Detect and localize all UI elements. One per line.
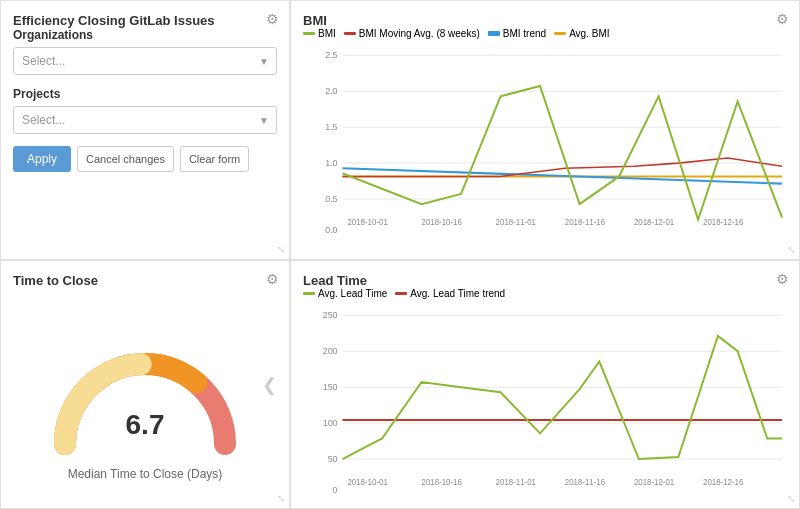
bmi-legend-label-4: Avg. BMI: [569, 28, 609, 39]
bmi-legend-dot-2: [344, 32, 356, 35]
time-to-close-panel: Time to Close ⚙ ❮ 6.7 Median Time to Clo…: [0, 260, 290, 509]
svg-text:100: 100: [323, 418, 338, 428]
bmi-title: BMI: [303, 13, 327, 28]
svg-text:50: 50: [328, 454, 338, 464]
svg-text:2018-11-01: 2018-11-01: [496, 478, 537, 487]
lead-time-legend-label-1: Avg. Lead Time: [318, 288, 387, 299]
filter-buttons: Apply Cancel changes Clear form: [13, 146, 277, 172]
orgs-label: Organizations: [13, 28, 277, 42]
cancel-button[interactable]: Cancel changes: [77, 146, 174, 172]
filter-panel: Efficiency Closing GitLab Issues ⚙ Organ…: [0, 0, 290, 260]
bmi-legend-dot-4: [554, 32, 566, 35]
lead-time-gear-icon[interactable]: ⚙: [776, 271, 789, 287]
bmi-legend-label-1: BMI: [318, 28, 336, 39]
svg-text:1.5: 1.5: [325, 122, 337, 132]
projects-label: Projects: [13, 87, 277, 101]
bmi-legend-item-3: BMI trend: [488, 28, 546, 39]
filter-panel-title: Efficiency Closing GitLab Issues: [13, 13, 215, 28]
svg-text:2018-10-16: 2018-10-16: [422, 478, 463, 487]
filter-gear-icon[interactable]: ⚙: [266, 11, 279, 27]
orgs-select-wrapper: Select... ▼: [13, 47, 277, 75]
bmi-legend-label-3: BMI trend: [503, 28, 546, 39]
svg-text:2018-11-16: 2018-11-16: [565, 218, 606, 227]
bmi-legend-item-2: BMI Moving Avg. (8 weeks): [344, 28, 480, 39]
svg-text:2018-10-01: 2018-10-01: [347, 218, 388, 227]
bmi-panel: BMI ⚙ BMI BMI Moving Avg. (8 weeks) BMI …: [290, 0, 800, 260]
svg-text:0.0: 0.0: [325, 225, 337, 235]
time-to-close-resize-icon: ⤡: [277, 493, 285, 504]
svg-text:0: 0: [333, 485, 338, 495]
time-to-close-gear-icon[interactable]: ⚙: [266, 271, 279, 287]
lead-time-legend-dot-2: [395, 292, 407, 295]
svg-text:2018-11-01: 2018-11-01: [496, 218, 537, 227]
clear-button[interactable]: Clear form: [180, 146, 249, 172]
apply-button[interactable]: Apply: [13, 146, 71, 172]
lead-time-legend-item-2: Avg. Lead Time trend: [395, 288, 505, 299]
lead-time-legend-label-2: Avg. Lead Time trend: [410, 288, 505, 299]
svg-text:2018-12-16: 2018-12-16: [703, 218, 744, 227]
svg-text:0.5: 0.5: [325, 194, 337, 204]
svg-text:200: 200: [323, 346, 338, 356]
orgs-select[interactable]: Select...: [13, 47, 277, 75]
gauge-label: Median Time to Close (Days): [68, 467, 223, 481]
projects-select-wrapper: Select... ▼: [13, 106, 277, 134]
svg-text:2018-10-01: 2018-10-01: [347, 478, 388, 487]
lead-time-chart: 250 200 150 100 50 0 2018-10-01 2018-10-…: [303, 305, 787, 495]
svg-text:2018-12-01: 2018-12-01: [634, 478, 675, 487]
lead-time-title: Lead Time: [303, 273, 367, 288]
gauge-svg: 6.7: [45, 339, 245, 459]
bmi-legend-item-1: BMI: [303, 28, 336, 39]
svg-text:2.0: 2.0: [325, 86, 337, 96]
bmi-legend-item-4: Avg. BMI: [554, 28, 609, 39]
svg-text:2018-10-16: 2018-10-16: [422, 218, 463, 227]
svg-text:6.7: 6.7: [126, 409, 165, 440]
lead-time-legend-item-1: Avg. Lead Time: [303, 288, 387, 299]
bmi-resize-icon: ⤡: [787, 244, 795, 255]
svg-text:150: 150: [323, 382, 338, 392]
svg-text:250: 250: [323, 310, 338, 320]
svg-text:2018-12-16: 2018-12-16: [703, 478, 744, 487]
svg-text:1.0: 1.0: [325, 158, 337, 168]
svg-text:2018-12-01: 2018-12-01: [634, 218, 675, 227]
filter-resize-icon: ⤡: [277, 244, 285, 255]
lead-time-legend: Avg. Lead Time Avg. Lead Time trend: [303, 288, 787, 299]
projects-select[interactable]: Select...: [13, 106, 277, 134]
svg-text:2.5: 2.5: [325, 50, 337, 60]
lead-time-legend-dot-1: [303, 292, 315, 295]
gauge-container: 6.7 Median Time to Close (Days): [13, 288, 277, 509]
bmi-chart: 2.5 2.0 1.5 1.0 0.5 0.0 2018-10-01 2018-…: [303, 45, 787, 235]
svg-text:2018-11-16: 2018-11-16: [565, 478, 606, 487]
bmi-legend-dot-3: [488, 31, 500, 36]
bmi-gear-icon[interactable]: ⚙: [776, 11, 789, 27]
bmi-legend-label-2: BMI Moving Avg. (8 weeks): [359, 28, 480, 39]
gauge-back-icon[interactable]: ❮: [262, 374, 277, 396]
lead-time-resize-icon: ⤡: [787, 493, 795, 504]
lead-time-panel: Lead Time ⚙ Avg. Lead Time Avg. Lead Tim…: [290, 260, 800, 509]
bmi-legend-dot-1: [303, 32, 315, 35]
time-to-close-title: Time to Close: [13, 273, 98, 288]
bmi-legend: BMI BMI Moving Avg. (8 weeks) BMI trend …: [303, 28, 787, 39]
